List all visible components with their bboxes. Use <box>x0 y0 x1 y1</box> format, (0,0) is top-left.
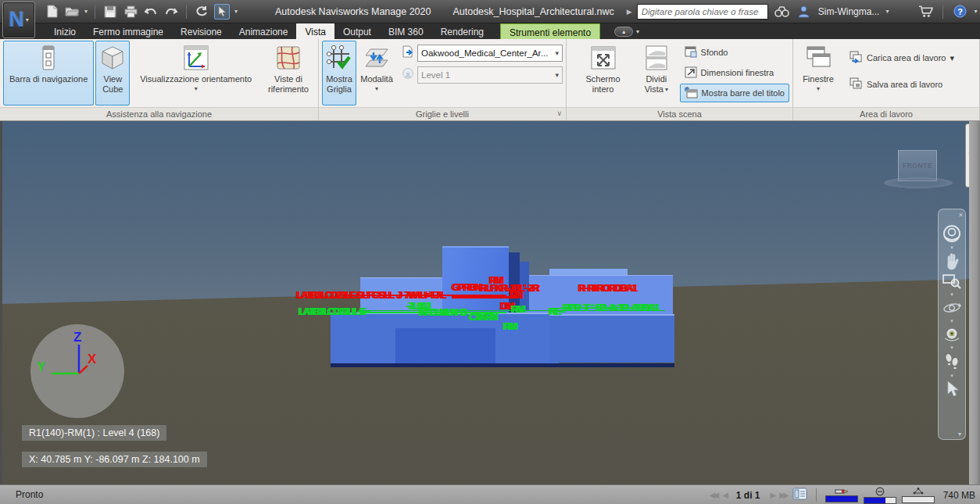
toolbar-separator <box>942 5 943 19</box>
save-button[interactable] <box>102 4 118 20</box>
chevron-down-icon: ▾ <box>195 85 198 92</box>
ribbon-minimize-dropdown-icon[interactable]: ▾ <box>636 28 639 35</box>
previous-sheet-button[interactable]: ◀ <box>722 491 726 499</box>
walk-tool[interactable] <box>942 352 962 372</box>
grid-mode-button[interactable]: Modalità ▾ <box>358 41 395 105</box>
tab-output[interactable]: Output <box>334 23 380 39</box>
tab-fermo-immagine[interactable]: Fermo immagine <box>84 23 172 39</box>
grid-label: R--RI-RORDBA1 <box>578 282 635 294</box>
statusbar-separator <box>816 488 817 502</box>
tab-strumenti-elemento[interactable]: Strumenti elemento <box>500 23 600 39</box>
application-menu-button[interactable]: N ▾ <box>2 2 35 38</box>
show-grid-icon <box>326 44 352 72</box>
background-label: Sfondo <box>701 48 728 57</box>
app-store-cart-icon[interactable] <box>918 4 934 20</box>
user-dropdown-icon[interactable]: ▾ <box>885 8 889 15</box>
open-file-button[interactable] <box>64 4 80 20</box>
user-avatar-icon[interactable] <box>796 4 812 20</box>
viewcube-widget[interactable]: FRONTE <box>898 150 937 181</box>
help-icon[interactable]: ? <box>952 4 967 20</box>
full-screen-icon <box>590 44 617 72</box>
show-title-bars-label: Mostra barre del titolo <box>702 88 785 98</box>
tab-bim-360[interactable]: BIM 360 <box>380 23 432 39</box>
svg-text:?: ? <box>957 7 963 16</box>
grid-file-select[interactable]: Oakwood_Medical_Center_Ar... ▾ <box>417 45 563 62</box>
toolbar-separator <box>186 5 187 19</box>
grid-label: RM <box>503 320 515 332</box>
windows-button[interactable]: Finestre ▾ <box>796 41 840 105</box>
tab-revisione[interactable]: Revisione <box>172 23 231 39</box>
split-view-button[interactable]: Dividi Vista ▾ <box>638 41 675 105</box>
tab-inizio[interactable]: Inizio <box>45 23 84 39</box>
search-binoculars-icon[interactable] <box>774 4 790 20</box>
orbit-tool[interactable] <box>942 298 962 317</box>
show-grid-toggle[interactable]: Mostra Griglia <box>322 41 356 105</box>
chevron-down-icon: ▾ <box>555 49 559 57</box>
pick-file-icon[interactable] <box>402 45 414 61</box>
help-dropdown-icon[interactable]: ▾ <box>974 8 977 15</box>
ribbon: Barra di navigazione View Cube Visualizz… <box>0 39 980 121</box>
ribbon-collapse-control[interactable]: ▲ ▾ <box>614 23 639 39</box>
svg-text:X: X <box>88 352 97 366</box>
refresh-button[interactable] <box>194 4 209 20</box>
grid-label: LA1B1LCD23LE-SL'FC'SLL--J--7W-ILI=TJ-L <box>295 289 444 301</box>
chevron-down-icon[interactable]: ▾ <box>950 317 953 325</box>
load-workspace-button[interactable]: Carica area di lavoro ▾ <box>845 48 959 67</box>
next-sheet-button[interactable]: ▶ <box>771 491 774 499</box>
select-dropdown-icon[interactable]: ▾ <box>234 8 238 15</box>
redo-button[interactable] <box>163 4 179 20</box>
navigation-bar-toggle[interactable]: Barra di navigazione <box>3 41 94 105</box>
navisworks-logo-icon: N <box>9 8 24 32</box>
last-sheet-button[interactable]: ▶▶ <box>779 491 786 499</box>
select-tool-button[interactable] <box>214 4 230 20</box>
new-file-button[interactable] <box>44 4 59 20</box>
scene-view-3d[interactable]: LA1B1LCD23LE-SL'FC'SLL--J--7W-ILI=TJ-L R… <box>2 121 969 484</box>
viewcube-front-face[interactable]: FRONTE <box>903 162 932 170</box>
reference-views-button[interactable]: Viste di riferimento <box>262 41 315 105</box>
first-sheet-button[interactable]: ◀◀ <box>710 491 717 499</box>
tab-animazione[interactable]: Animazione <box>231 23 297 39</box>
select-cursor-tool[interactable] <box>942 380 962 399</box>
search-input[interactable] <box>637 4 768 20</box>
background-button[interactable]: Sfondo <box>680 43 789 62</box>
navbar-customize-icon[interactable]: ▾ <box>958 431 961 438</box>
chevron-down-icon[interactable]: ▾ <box>950 291 953 298</box>
show-title-bars-toggle[interactable]: Mostra barre del titolo <box>680 84 789 102</box>
pan-tool[interactable] <box>942 252 962 272</box>
ribbon-minimize-icon[interactable]: ▲ <box>614 27 633 37</box>
tab-rendering[interactable]: Rendering <box>432 23 492 39</box>
open-dropdown-icon[interactable]: ▾ <box>84 8 88 15</box>
window-size-button[interactable]: Dimensioni finestra <box>680 63 789 82</box>
chevron-down-icon[interactable]: ▾ <box>950 344 953 352</box>
navisworks-window: N ▾ ▾ <box>0 0 980 504</box>
viewcube-toggle[interactable]: View Cube <box>95 41 130 105</box>
chevron-down-icon: ▾ <box>665 86 668 93</box>
chevron-down-icon[interactable]: ▾ <box>950 372 953 380</box>
title-separator-arrow-icon: ▶ <box>627 8 632 16</box>
viewcube-compass-ring[interactable] <box>884 177 953 188</box>
panel-label-griglie: Griglie e livelli ∨ <box>319 107 566 120</box>
steering-wheel-tool[interactable] <box>942 223 962 244</box>
navbar-close-icon[interactable]: × <box>959 211 963 219</box>
level-select[interactable]: Level 1 ▾ <box>417 66 563 84</box>
disk-icon <box>875 487 885 496</box>
chevron-down-icon[interactable]: ▾ <box>950 244 953 252</box>
windows-icon <box>804 44 832 72</box>
title-bar: N ▾ ▾ <box>0 0 980 23</box>
zoom-window-tool[interactable] <box>942 272 962 291</box>
navigation-bar-icon <box>40 44 57 72</box>
panel-label-assistenza: Assistenza alla navigazione <box>0 107 318 120</box>
print-button[interactable] <box>123 4 138 20</box>
undo-button[interactable] <box>143 4 159 20</box>
orientation-display-button[interactable]: Visualizzazione orientamento ▾ <box>131 41 260 105</box>
grid-label: KFELMLN--D <box>418 306 465 318</box>
navigation-bar[interactable]: × ▾ ▾ ▾ ▾ <box>938 209 966 440</box>
tab-vista[interactable]: Vista <box>296 23 334 39</box>
sheet-browser-button[interactable] <box>792 488 807 502</box>
save-workspace-button[interactable]: Salva area di lavoro <box>845 75 959 94</box>
full-screen-button[interactable]: Schermo intero <box>570 41 636 105</box>
signed-in-user[interactable]: Sim-Wingma... <box>818 6 880 17</box>
window-size-label: Dimensioni finestra <box>701 68 774 77</box>
look-around-tool[interactable] <box>942 325 962 344</box>
panel-launcher-icon[interactable]: ∨ <box>556 109 562 117</box>
